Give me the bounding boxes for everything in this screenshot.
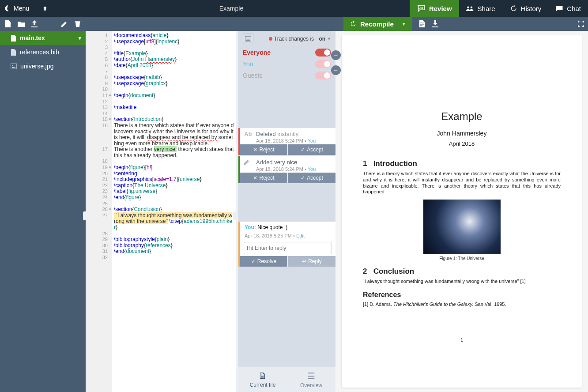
file-icon: 🗎 (238, 371, 287, 381)
delete-icon[interactable] (74, 20, 81, 27)
reject-button[interactable]: ✕ Reject (240, 144, 287, 155)
menu-button[interactable]: Menu (14, 5, 29, 12)
pdf-preview: → ← Example John Hammersley April 2018 1… (335, 31, 588, 392)
pdf-date: April 2018 (363, 140, 561, 147)
pdf-page: Example John Hammersley April 2018 1 Int… (342, 35, 582, 388)
review-button[interactable]: Ab Review (410, 0, 459, 17)
change-card-deleted: Ab Deleted instantly Apr 18, 2018 5:24 P… (238, 128, 335, 155)
record-dot-icon (269, 37, 272, 41)
svg-point-2 (470, 7, 472, 9)
new-folder-icon[interactable] (18, 20, 25, 27)
strike-icon: Ab (244, 131, 253, 137)
tab-overview[interactable]: ☰ Overview (287, 367, 335, 392)
svg-rect-6 (246, 40, 250, 41)
pdf-title: Example (363, 110, 561, 123)
new-file-icon[interactable] (4, 20, 11, 27)
history-button[interactable]: History (502, 0, 549, 17)
chat-button[interactable]: Chat (548, 0, 588, 17)
accept-button[interactable]: ✓ Accept (288, 173, 335, 183)
file-icon (11, 49, 16, 56)
file-item-bib[interactable]: references.bib (0, 45, 86, 59)
switch-you[interactable] (315, 60, 331, 68)
up-icon[interactable] (41, 4, 49, 13)
reply-button[interactable]: ↩ Reply (288, 256, 335, 267)
switch-everyone[interactable] (315, 49, 331, 57)
resolve-button[interactable]: ✓ Resolve (240, 256, 287, 267)
tab-current-file[interactable]: 🗎 Current file (238, 367, 287, 392)
top-bar: Menu Example Ab Review Share History Cha… (0, 0, 588, 17)
pdf-figure-image (423, 200, 501, 254)
switch-guests[interactable] (315, 72, 331, 79)
file-item-main[interactable]: main.tex ▾ (0, 31, 86, 45)
svg-point-1 (467, 7, 469, 9)
project-title: Example (53, 5, 410, 12)
share-button[interactable]: Share (459, 0, 502, 17)
chevron-down-icon[interactable]: ▼ (402, 22, 406, 26)
review-panel: Track changes is on ▼ Everyone You Guest… (238, 31, 335, 392)
pdf-section-heading: 1 Introduction (363, 159, 561, 168)
reply-input[interactable] (244, 242, 332, 254)
review-footer-tabs: 🗎 Current file ☰ Overview (238, 367, 335, 392)
download-icon[interactable] (432, 20, 439, 27)
file-item-image[interactable]: universe.jpg (0, 59, 86, 73)
track-changes-status[interactable]: Track changes is on ▼ (269, 36, 331, 42)
rename-icon[interactable] (61, 20, 68, 27)
reject-button[interactable]: ✕ Reject (240, 173, 287, 183)
chevron-down-icon[interactable]: ▾ (79, 35, 81, 41)
review-panel-toggle-icon[interactable] (243, 34, 253, 44)
overleaf-logo-icon[interactable] (4, 4, 12, 13)
logs-icon[interactable] (418, 20, 426, 27)
pdf-page-number: 1 (363, 338, 561, 343)
line-gutter: 1234567891011▾12131415▾16 17 1819▾202122… (88, 31, 112, 392)
pdf-paragraph: There is a theory which states that if e… (363, 171, 561, 195)
expand-icon[interactable] (577, 20, 584, 27)
pdf-paragraph: “I always thought something was fundamen… (363, 279, 561, 285)
file-icon (11, 35, 16, 41)
toggle-you: You (243, 58, 331, 70)
toolbar-row: Recompile ▼ (0, 17, 588, 31)
pdf-references-heading: References (363, 291, 561, 299)
svg-text:Ab: Ab (419, 6, 423, 9)
sync-to-code-icon[interactable]: ← (331, 65, 341, 75)
pdf-author: John Hammersley (363, 130, 561, 137)
code-editor[interactable]: 1234567891011▾12131415▾16 17 1819▾202122… (88, 31, 236, 392)
image-icon (11, 64, 17, 69)
upload-icon[interactable] (31, 20, 38, 27)
edit-comment-link[interactable]: Edit (296, 233, 305, 238)
comment-card: You: Nice quote :) Apr 18, 2018 5:25 PM … (238, 222, 335, 267)
chevron-down-icon[interactable]: ▼ (327, 37, 331, 41)
pdf-figure-caption: Figure 1: The Universe (363, 256, 561, 261)
toggle-guests: Guests (243, 70, 331, 81)
change-card-added: Added very nice Apr 18, 2018 5:24 PM • Y… (238, 156, 335, 183)
toggle-everyone: Everyone (243, 47, 331, 58)
svg-point-4 (12, 65, 13, 66)
pdf-reference: [1] D. Adams. The Hitchhiker's Guide to … (363, 302, 561, 307)
accept-button[interactable]: ✓ Accept (288, 144, 335, 155)
sync-to-pdf-icon[interactable]: → (331, 50, 341, 60)
list-icon: ☰ (287, 371, 335, 381)
recompile-button[interactable]: Recompile ▼ (343, 17, 412, 31)
pdf-section-heading: 2 Conclusion (363, 267, 561, 276)
pencil-icon (244, 159, 253, 165)
pdf-toolbar: Recompile ▼ (343, 17, 588, 31)
file-tree: main.tex ▾ references.bib universe.jpg (0, 31, 86, 392)
